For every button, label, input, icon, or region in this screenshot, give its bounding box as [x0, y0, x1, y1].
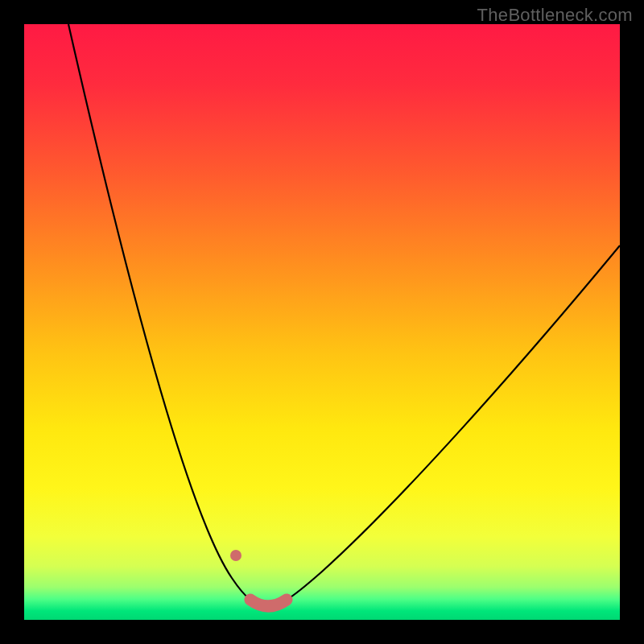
watermark-text: TheBottleneck.com — [477, 5, 633, 26]
bottleneck-curve — [24, 24, 620, 620]
curve-left-branch — [68, 24, 250, 600]
curve-right-branch — [287, 246, 620, 600]
marker-dot — [230, 550, 242, 561]
plot-frame — [24, 24, 620, 620]
optimal-range-marker — [250, 600, 287, 606]
